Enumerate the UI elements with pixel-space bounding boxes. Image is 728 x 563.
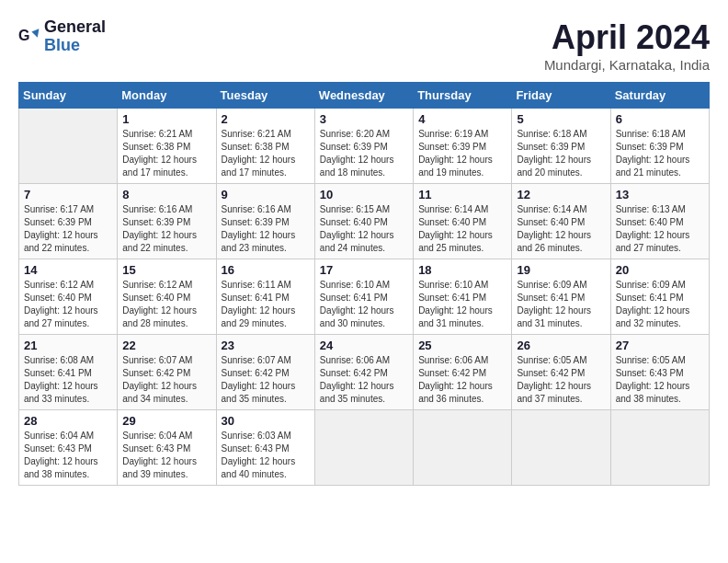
day-number: 4 [418, 112, 506, 126]
calendar-cell: 16Sunrise: 6:11 AMSunset: 6:41 PMDayligh… [216, 259, 314, 335]
calendar-cell: 11Sunrise: 6:14 AMSunset: 6:40 PMDayligh… [414, 184, 512, 259]
calendar-cell [512, 410, 610, 486]
calendar-cell: 20Sunrise: 6:09 AMSunset: 6:41 PMDayligh… [610, 259, 709, 335]
day-info: Sunrise: 6:09 AMSunset: 6:41 PMDaylight:… [517, 279, 605, 330]
day-number: 8 [122, 188, 210, 201]
calendar-cell: 30Sunrise: 6:03 AMSunset: 6:43 PMDayligh… [216, 410, 314, 486]
calendar-cell: 28Sunrise: 6:04 AMSunset: 6:43 PMDayligh… [19, 410, 118, 486]
day-info: Sunrise: 6:17 AMSunset: 6:39 PMDaylight:… [24, 203, 112, 255]
logo: G General Blue [18, 18, 106, 55]
day-number: 17 [320, 263, 408, 277]
day-info: Sunrise: 6:15 AMSunset: 6:40 PMDaylight:… [320, 203, 408, 255]
calendar-cell: 18Sunrise: 6:10 AMSunset: 6:41 PMDayligh… [414, 259, 512, 335]
calendar-cell: 6Sunrise: 6:18 AMSunset: 6:39 PMDaylight… [610, 109, 709, 184]
calendar-cell [19, 109, 118, 184]
day-info: Sunrise: 6:07 AMSunset: 6:42 PMDaylight:… [222, 354, 310, 406]
header: G General Blue April 2024 Mundargi, Karn… [18, 18, 710, 73]
calendar-table: SundayMondayTuesdayWednesdayThursdayFrid… [18, 82, 710, 486]
calendar-cell: 23Sunrise: 6:07 AMSunset: 6:42 PMDayligh… [216, 335, 314, 410]
day-number: 25 [418, 339, 506, 352]
location: Mundargi, Karnataka, India [544, 57, 710, 73]
day-header-saturday: Saturday [610, 83, 709, 109]
calendar-cell: 19Sunrise: 6:09 AMSunset: 6:41 PMDayligh… [512, 259, 610, 335]
day-number: 11 [418, 188, 506, 201]
calendar-cell [610, 410, 709, 486]
title-block: April 2024 Mundargi, Karnataka, India [544, 18, 710, 73]
week-row-4: 21Sunrise: 6:08 AMSunset: 6:41 PMDayligh… [19, 335, 710, 410]
day-header-sunday: Sunday [19, 83, 118, 109]
day-info: Sunrise: 6:16 AMSunset: 6:39 PMDaylight:… [122, 203, 210, 255]
svg-marker-1 [31, 29, 39, 38]
day-info: Sunrise: 6:19 AMSunset: 6:39 PMDaylight:… [418, 128, 506, 179]
calendar-cell: 21Sunrise: 6:08 AMSunset: 6:41 PMDayligh… [19, 335, 118, 410]
calendar-cell: 25Sunrise: 6:06 AMSunset: 6:42 PMDayligh… [414, 335, 512, 410]
week-row-3: 14Sunrise: 6:12 AMSunset: 6:40 PMDayligh… [19, 259, 710, 335]
day-number: 24 [320, 339, 408, 352]
day-number: 15 [122, 263, 210, 277]
day-info: Sunrise: 6:21 AMSunset: 6:38 PMDaylight:… [122, 128, 210, 179]
calendar-cell: 10Sunrise: 6:15 AMSunset: 6:40 PMDayligh… [314, 184, 413, 259]
calendar-cell: 4Sunrise: 6:19 AMSunset: 6:39 PMDaylight… [414, 109, 512, 184]
day-number: 7 [24, 188, 112, 201]
day-info: Sunrise: 6:14 AMSunset: 6:40 PMDaylight:… [418, 203, 506, 255]
day-number: 26 [517, 339, 605, 352]
week-row-5: 28Sunrise: 6:04 AMSunset: 6:43 PMDayligh… [19, 410, 710, 486]
day-number: 21 [24, 339, 112, 352]
day-number: 22 [122, 339, 210, 352]
day-info: Sunrise: 6:10 AMSunset: 6:41 PMDaylight:… [320, 279, 408, 330]
day-info: Sunrise: 6:07 AMSunset: 6:42 PMDaylight:… [122, 354, 210, 406]
day-number: 30 [222, 414, 310, 428]
svg-text:G: G [18, 28, 29, 43]
day-number: 10 [320, 188, 408, 201]
day-number: 14 [24, 263, 112, 277]
calendar-cell: 13Sunrise: 6:13 AMSunset: 6:40 PMDayligh… [610, 184, 709, 259]
day-number: 28 [24, 414, 112, 428]
calendar-cell: 26Sunrise: 6:05 AMSunset: 6:42 PMDayligh… [512, 335, 610, 410]
day-number: 18 [418, 263, 506, 277]
day-info: Sunrise: 6:12 AMSunset: 6:40 PMDaylight:… [122, 279, 210, 330]
day-info: Sunrise: 6:04 AMSunset: 6:43 PMDaylight:… [122, 430, 210, 481]
day-number: 27 [616, 339, 704, 352]
calendar-cell: 5Sunrise: 6:18 AMSunset: 6:39 PMDaylight… [512, 109, 610, 184]
day-number: 13 [616, 188, 704, 201]
calendar-cell: 22Sunrise: 6:07 AMSunset: 6:42 PMDayligh… [118, 335, 216, 410]
day-header-wednesday: Wednesday [314, 83, 413, 109]
calendar-cell: 9Sunrise: 6:16 AMSunset: 6:39 PMDaylight… [216, 184, 314, 259]
day-info: Sunrise: 6:18 AMSunset: 6:39 PMDaylight:… [616, 128, 704, 179]
calendar-cell [314, 410, 413, 486]
day-info: Sunrise: 6:12 AMSunset: 6:40 PMDaylight:… [24, 279, 112, 330]
day-info: Sunrise: 6:18 AMSunset: 6:39 PMDaylight:… [517, 128, 605, 179]
header-row: SundayMondayTuesdayWednesdayThursdayFrid… [19, 83, 710, 109]
calendar-cell: 3Sunrise: 6:20 AMSunset: 6:39 PMDaylight… [314, 109, 413, 184]
day-info: Sunrise: 6:05 AMSunset: 6:43 PMDaylight:… [616, 354, 704, 406]
day-info: Sunrise: 6:08 AMSunset: 6:41 PMDaylight:… [24, 354, 112, 406]
day-info: Sunrise: 6:13 AMSunset: 6:40 PMDaylight:… [616, 203, 704, 255]
calendar-cell: 17Sunrise: 6:10 AMSunset: 6:41 PMDayligh… [314, 259, 413, 335]
day-info: Sunrise: 6:05 AMSunset: 6:42 PMDaylight:… [517, 354, 605, 406]
calendar-cell: 7Sunrise: 6:17 AMSunset: 6:39 PMDaylight… [19, 184, 118, 259]
day-info: Sunrise: 6:21 AMSunset: 6:38 PMDaylight:… [222, 128, 310, 179]
calendar-cell [414, 410, 512, 486]
page-container: G General Blue April 2024 Mundargi, Karn… [18, 18, 710, 486]
day-info: Sunrise: 6:04 AMSunset: 6:43 PMDaylight:… [24, 430, 112, 481]
week-row-1: 1Sunrise: 6:21 AMSunset: 6:38 PMDaylight… [19, 109, 710, 184]
month-title: April 2024 [544, 18, 710, 57]
day-header-friday: Friday [512, 83, 610, 109]
day-number: 1 [122, 112, 210, 126]
day-number: 20 [616, 263, 704, 277]
day-info: Sunrise: 6:10 AMSunset: 6:41 PMDaylight:… [418, 279, 506, 330]
calendar-cell: 24Sunrise: 6:06 AMSunset: 6:42 PMDayligh… [314, 335, 413, 410]
day-number: 3 [320, 112, 408, 126]
day-info: Sunrise: 6:20 AMSunset: 6:39 PMDaylight:… [320, 128, 408, 179]
day-number: 9 [222, 188, 310, 201]
day-header-thursday: Thursday [414, 83, 512, 109]
day-info: Sunrise: 6:06 AMSunset: 6:42 PMDaylight:… [418, 354, 506, 406]
day-info: Sunrise: 6:09 AMSunset: 6:41 PMDaylight:… [616, 279, 704, 330]
week-row-2: 7Sunrise: 6:17 AMSunset: 6:39 PMDaylight… [19, 184, 710, 259]
day-number: 23 [222, 339, 310, 352]
day-number: 6 [616, 112, 704, 126]
day-number: 2 [222, 112, 310, 126]
logo-icon: G [18, 26, 40, 48]
calendar-cell: 1Sunrise: 6:21 AMSunset: 6:38 PMDaylight… [118, 109, 216, 184]
calendar-cell: 29Sunrise: 6:04 AMSunset: 6:43 PMDayligh… [118, 410, 216, 486]
